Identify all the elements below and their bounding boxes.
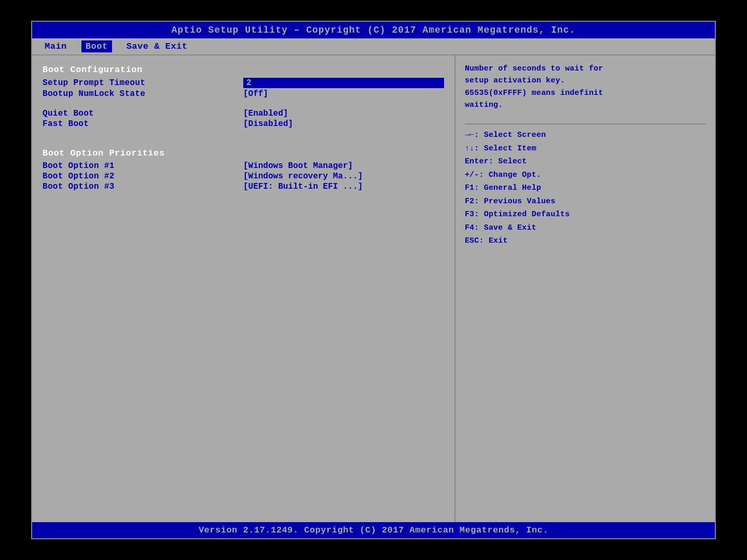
key-f3: F3: Optimized Defaults [465, 210, 570, 219]
panel-divider [465, 123, 706, 124]
menu-item-boot[interactable]: Boot [81, 40, 112, 52]
menu-item-main[interactable]: Main [40, 40, 71, 52]
config-label-boot-opt1: Boot Option #1 [43, 161, 243, 171]
menu-item-save-exit[interactable]: Save & Exit [122, 40, 192, 52]
config-row-timeout[interactable]: Setup Prompt Timeout 2 [43, 78, 444, 88]
section-header-boot-config: Boot Configuration [43, 65, 444, 75]
config-row-numlock[interactable]: Bootup NumLock State [Off] [43, 89, 444, 99]
config-label-boot-opt3: Boot Option #3 [43, 182, 243, 191]
main-content: Boot Configuration Setup Prompt Timeout … [32, 55, 715, 522]
right-panel: Number of seconds to wait for setup acti… [455, 55, 715, 522]
key-select-screen: →←: Select Screen [465, 131, 546, 139]
section-header-boot-priorities: Boot Option Priorities [43, 148, 444, 158]
config-value-numlock: [Off] [243, 89, 444, 99]
key-enter: Enter: Select [465, 157, 527, 166]
config-label-fast-boot: Fast Boot [43, 119, 243, 129]
help-line-3: waiting. [465, 101, 503, 109]
key-f2: F2: Previous Values [465, 197, 556, 206]
config-value-quiet-boot: [Enabled] [243, 109, 444, 118]
config-label-numlock: Bootup NumLock State [43, 89, 243, 99]
key-change-opt: +/-: Change Opt. [465, 171, 541, 179]
config-label-quiet-boot: Quiet Boot [43, 109, 243, 118]
config-row-boot-opt3[interactable]: Boot Option #3 [UEFI: Built-in EFI ...] [43, 182, 444, 191]
help-line-1: setup activation key. [465, 76, 565, 85]
config-row-boot-opt1[interactable]: Boot Option #1 [Windows Boot Manager] [43, 161, 444, 171]
key-esc: ESC: Exit [465, 236, 508, 245]
status-bar: Version 2.17.1249. Copyright (C) 2017 Am… [32, 522, 715, 538]
config-value-boot-opt1: [Windows Boot Manager] [243, 161, 444, 171]
key-f1: F1: General Help [465, 184, 541, 192]
config-value-boot-opt2: [Windows recovery Ma...] [243, 172, 444, 181]
help-text: Number of seconds to wait for setup acti… [465, 63, 706, 111]
help-line-0: Number of seconds to wait for [465, 64, 603, 73]
config-row-fast-boot[interactable]: Fast Boot [Disabled] [43, 119, 444, 129]
config-row-quiet-boot[interactable]: Quiet Boot [Enabled] [43, 109, 444, 118]
key-help: →←: Select Screen ↑↓: Select Item Enter:… [465, 129, 706, 248]
key-select-item: ↑↓: Select Item [465, 144, 536, 153]
help-line-2: 65535(0xFFFF) means indefinit [465, 89, 603, 97]
left-panel: Boot Configuration Setup Prompt Timeout … [32, 55, 455, 522]
config-label-boot-opt2: Boot Option #2 [43, 172, 243, 181]
config-label-timeout: Setup Prompt Timeout [43, 78, 243, 88]
key-f4: F4: Save & Exit [465, 223, 536, 232]
config-value-fast-boot: [Disabled] [243, 119, 444, 129]
config-value-timeout: 2 [243, 78, 444, 88]
config-row-boot-opt2[interactable]: Boot Option #2 [Windows recovery Ma...] [43, 172, 444, 181]
menu-bar: Main Boot Save & Exit [32, 38, 715, 55]
title-bar: Aptio Setup Utility – Copyright (C) 2017… [32, 22, 715, 38]
config-value-boot-opt3: [UEFI: Built-in EFI ...] [243, 182, 444, 191]
